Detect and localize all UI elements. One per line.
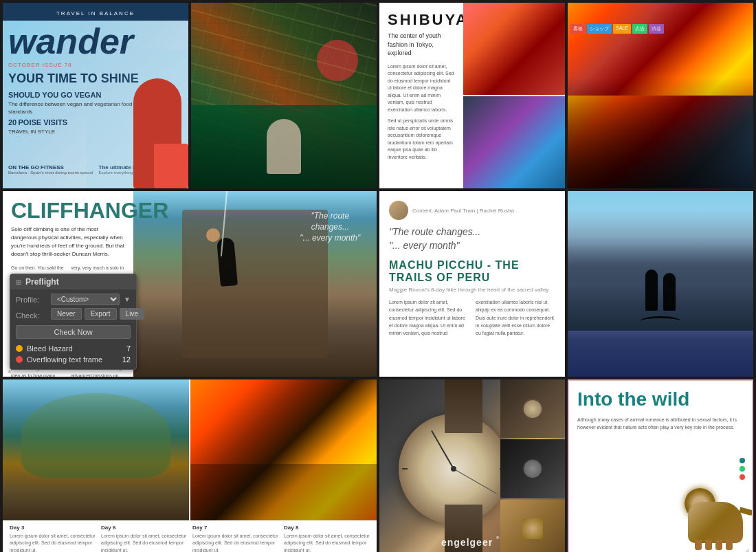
preflight-header: ⊞ Preflight xyxy=(10,274,136,289)
wild-cell[interactable]: Into the wild Although many cases of ani… xyxy=(568,379,753,552)
aerial-map-cell[interactable] xyxy=(191,3,377,188)
lion-leg-3 xyxy=(715,540,722,550)
wander-cover: TRAVEL IN BALANCE wander OCTOBER ISSUE 7… xyxy=(3,3,188,188)
day-4: Day 6 Lorem ipsum dolor sit amet, consec… xyxy=(101,525,187,553)
watch-thumb-1 xyxy=(500,379,566,438)
bleed-hazard-count: 7 xyxy=(126,344,131,353)
wild-dots xyxy=(740,458,745,480)
raised-arms xyxy=(640,316,681,327)
cliffhanger-page: 4 xyxy=(8,369,11,374)
main-grid: TRAVEL IN BALANCE wander OCTOBER ISSUE 7… xyxy=(0,0,756,552)
machu-cell[interactable]: Content: Adam Paul Train | Rachel Rusha … xyxy=(379,191,565,377)
author-credits: Content: Adam Paul Train | Rachel Rusha xyxy=(412,208,514,214)
shibuya-street-cell[interactable]: 看板 ショップ SALE 広告 渋谷 xyxy=(568,3,753,188)
lion-tail xyxy=(739,507,753,516)
warning-dot xyxy=(16,345,23,352)
wild-layout: Into the wild Although many cases of ani… xyxy=(568,379,753,552)
shibuya-text-col: SHIBUYA The center of youth fashion in T… xyxy=(379,3,463,188)
check-never-btn[interactable]: Never xyxy=(51,308,82,320)
lion-leg-1 xyxy=(695,540,702,550)
preflight-profile-row[interactable]: Profile: <Custom> ▼ xyxy=(16,294,131,305)
author-avatar xyxy=(389,201,408,220)
map-photo-overlay xyxy=(191,105,377,189)
check-export-btn[interactable]: Export xyxy=(85,308,117,320)
overflow-text-count: 12 xyxy=(122,355,131,364)
preflight-title: Preflight xyxy=(25,277,59,287)
person-1 xyxy=(645,269,658,311)
cliffhanger-subtitle: Solo cliff climbing is one of the most d… xyxy=(11,225,125,258)
watch-thumb-3 xyxy=(500,500,566,552)
cliff-quote: "The route changes... "... every month" xyxy=(296,210,364,243)
watch-center xyxy=(451,466,456,472)
lion-leg-2 xyxy=(705,540,712,550)
preflight-profile-icon[interactable]: ▼ xyxy=(124,296,131,303)
watch-minute-hand xyxy=(454,469,497,494)
watch-hour-hand xyxy=(431,430,454,469)
landscape-layout: Day 3 Lorem ipsum dolor sit amet, consec… xyxy=(3,379,377,552)
valley-photo xyxy=(3,379,189,520)
watch-strap-top xyxy=(445,379,482,433)
watch-cell[interactable]: engelgeer °° xyxy=(379,379,565,552)
person-2 xyxy=(663,273,676,311)
check-live-btn[interactable]: Live xyxy=(120,308,144,320)
wild-dot-1 xyxy=(740,458,745,463)
machu-author-row: Content: Adam Paul Train | Rachel Rusha xyxy=(389,201,555,220)
machu-body: Lorem ipsum dolor sit amet, consectetur … xyxy=(389,298,555,337)
neon-signs: 看板 ショップ SALE 広告 渋谷 xyxy=(568,21,753,36)
shibuya-body: Lorem ipsum dolor sit amet, consectetur … xyxy=(388,63,455,114)
lion-body xyxy=(688,502,743,543)
itinerary-days: Day 3 Lorem ipsum dolor sit amet, consec… xyxy=(3,520,377,553)
crowd-silhouettes xyxy=(568,77,753,188)
wild-dot-3 xyxy=(740,474,745,480)
shibuya-layout: SHIBUYA The center of youth fashion in T… xyxy=(379,3,565,188)
day-3: Day 3 Lorem ipsum dolor sit amet, consec… xyxy=(10,525,96,553)
shibuya-photo-top xyxy=(463,3,566,95)
machu-title: MACHU PICCHU - THE TRAILS OF PERU xyxy=(389,259,555,284)
preflight-profile-select[interactable]: <Custom> xyxy=(51,294,120,305)
wander-bottom-1: ON THE GO FITNESS Barcelona - Spain's mo… xyxy=(8,164,93,175)
day-5: Day 7 Lorem ipsum dolor sit amet, consec… xyxy=(192,525,278,553)
watch-thumbnails xyxy=(500,379,566,552)
error-dot xyxy=(16,356,23,363)
lion-leg-4 xyxy=(726,540,733,550)
overflow-text-label: Overflowing text frame xyxy=(27,355,102,364)
machu-layout: Content: Adam Paul Train | Rachel Rusha … xyxy=(379,191,565,377)
shibuya-street-photo: 看板 ショップ SALE 広告 渋谷 xyxy=(568,3,753,188)
preflight-profile-label: Profile: xyxy=(16,296,47,304)
wander-cover-top: TRAVEL IN BALANCE xyxy=(3,3,188,21)
preflight-check-row: Check: Never Export Live xyxy=(16,308,131,322)
person-in-map xyxy=(267,119,301,174)
check-now-button[interactable]: Check Now xyxy=(16,325,131,339)
preflight-body: Profile: <Custom> ▼ Check: Never Export … xyxy=(10,289,136,369)
preflight-icon: ⊞ xyxy=(16,278,21,286)
wander-cover-cell[interactable]: TRAVEL IN BALANCE wander OCTOBER ISSUE 7… xyxy=(3,3,188,188)
cliffhanger-cell[interactable]: CLIFFHANGER Solo cliff climbing is one o… xyxy=(3,191,377,377)
landscape-photos-grid xyxy=(3,379,377,520)
wild-dot-2 xyxy=(740,466,745,472)
cliffhanger-image: "The route changes... "... every month" xyxy=(133,191,377,377)
landscape-cell[interactable]: Day 3 Lorem ipsum dolor sit amet, consec… xyxy=(3,379,377,552)
travel-in-balance-label: TRAVEL IN BALANCE xyxy=(56,10,135,16)
machu-author: Maggie Rovoni's 8-day hike through the h… xyxy=(389,287,555,293)
wild-title: Into the wild xyxy=(577,389,744,410)
city-night-photo xyxy=(190,379,377,520)
preflight-issue-warning: Bleed Hazard 7 xyxy=(16,343,131,354)
day-6: Day 8 Lorem ipsum dolor sit amet, consec… xyxy=(284,525,370,553)
wild-page-number: 4 xyxy=(746,548,749,552)
shibuya-photos xyxy=(463,3,566,188)
cover-illustration xyxy=(87,49,189,189)
shibuya-title: SHIBUYA xyxy=(388,11,455,29)
shibuya-photo-bottom xyxy=(463,96,566,188)
watch-brand: engelgeer °° xyxy=(441,536,503,548)
sky-gradient xyxy=(568,191,753,265)
cliffhanger-title: CLIFFHANGER xyxy=(11,199,125,221)
shibuya-subtitle: The center of youth fashion in Tokyo, ex… xyxy=(388,32,455,58)
preflight-panel[interactable]: ⊞ Preflight Profile: <Custom> ▼ Check: N… xyxy=(10,274,137,370)
preflight-check-options[interactable]: Never Export Live xyxy=(51,308,144,320)
watch-layout: engelgeer °° xyxy=(379,379,565,552)
mountain-cell[interactable] xyxy=(568,191,753,377)
shibuya-cell[interactable]: SHIBUYA The center of youth fashion in T… xyxy=(379,3,565,188)
mountain-photo xyxy=(568,191,753,377)
aerial-map xyxy=(191,3,377,188)
machu-pull-quote: "The route changes..."... every month" xyxy=(389,225,555,252)
